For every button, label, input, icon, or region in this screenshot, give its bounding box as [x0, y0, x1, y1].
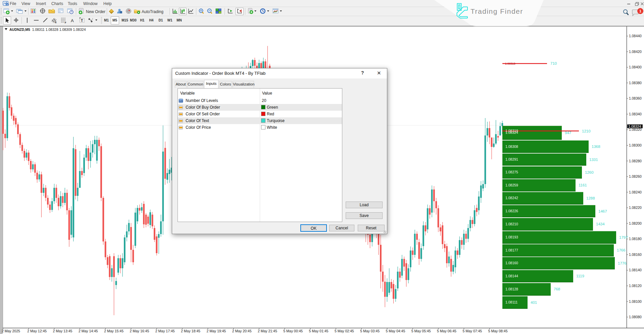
- svg-text:1.08080: 1.08080: [629, 315, 642, 319]
- svg-text:5 May 07:45: 5 May 07:45: [462, 329, 482, 333]
- svg-text:1.08420: 1.08420: [629, 50, 642, 54]
- svg-text:1.08259: 1.08259: [505, 183, 518, 187]
- svg-text:2 May 19:45: 2 May 19:45: [206, 329, 226, 333]
- svg-text:2 May 16:45: 2 May 16:45: [130, 329, 149, 333]
- svg-text:1.08360: 1.08360: [629, 96, 642, 100]
- svg-text:1.08120: 1.08120: [629, 284, 642, 288]
- svg-text:1.08280: 1.08280: [629, 159, 642, 163]
- svg-text:1288: 1288: [586, 196, 595, 200]
- svg-text:2 May 13:45: 2 May 13:45: [53, 329, 72, 333]
- svg-text:1.08160: 1.08160: [505, 261, 518, 265]
- svg-text:1.08340: 1.08340: [629, 112, 642, 116]
- svg-text:1161: 1161: [579, 183, 587, 187]
- svg-text:1.08111: 1.08111: [505, 300, 518, 304]
- svg-text:5 May 04:45: 5 May 04:45: [386, 329, 405, 333]
- svg-text:F: F: [65, 21, 66, 24]
- svg-text:5 May 05:45: 5 May 05:45: [411, 329, 431, 333]
- svg-text:1.08160: 1.08160: [629, 253, 642, 257]
- svg-text:2 May 20:45: 2 May 20:45: [232, 329, 252, 333]
- svg-text:5 May 02:45: 5 May 02:45: [335, 329, 354, 333]
- svg-text:401: 401: [531, 300, 537, 304]
- svg-text:1434: 1434: [596, 222, 605, 226]
- svg-text:1.08177: 1.08177: [505, 248, 518, 252]
- svg-text:E: E: [55, 21, 57, 23]
- svg-text:2 May 15:45: 2 May 15:45: [104, 329, 123, 333]
- svg-text:1331: 1331: [589, 158, 598, 162]
- svg-text:1.08300: 1.08300: [629, 143, 642, 147]
- svg-text:1260: 1260: [585, 170, 594, 174]
- svg-text:1.08440: 1.08440: [629, 34, 642, 38]
- svg-text:1.08210: 1.08210: [505, 222, 518, 226]
- svg-text:1368: 1368: [592, 145, 600, 149]
- svg-text:5 May 06:45: 5 May 06:45: [437, 329, 456, 333]
- svg-text:1.08240: 1.08240: [629, 190, 642, 194]
- svg-text:5 May 00:45: 5 May 00:45: [283, 329, 303, 333]
- svg-text:5 May 03:45: 5 May 03:45: [360, 329, 380, 333]
- svg-text:710: 710: [550, 61, 557, 65]
- svg-text:768: 768: [554, 287, 560, 291]
- svg-text:1.08291: 1.08291: [505, 157, 518, 161]
- svg-text:1766: 1766: [617, 248, 626, 252]
- svg-text:1.08220: 1.08220: [629, 206, 642, 210]
- svg-text:1467: 1467: [598, 209, 607, 213]
- svg-text:1.08275: 1.08275: [505, 170, 518, 174]
- svg-text:1.08140: 1.08140: [629, 268, 642, 272]
- svg-text:1.08144: 1.08144: [505, 274, 518, 278]
- svg-text:1.08180: 1.08180: [629, 237, 642, 241]
- svg-text:1.08319: 1.08319: [505, 129, 518, 133]
- svg-text:M: M: [6, 4, 8, 6]
- svg-text:2 May 12:45: 2 May 12:45: [27, 329, 47, 333]
- svg-text:1.08319: 1.08319: [505, 62, 515, 65]
- svg-text:1.08380: 1.08380: [629, 81, 642, 85]
- svg-text:1.08100: 1.08100: [629, 299, 642, 303]
- svg-text:1.08260: 1.08260: [629, 174, 642, 178]
- svg-text:2 May 14:45: 2 May 14:45: [79, 329, 98, 333]
- svg-text:1119: 1119: [576, 274, 584, 278]
- svg-text:1776: 1776: [618, 261, 627, 265]
- svg-text:1.08400: 1.08400: [629, 65, 642, 69]
- svg-text:1.08226: 1.08226: [505, 209, 518, 213]
- svg-text:1797: 1797: [619, 235, 628, 239]
- svg-text:2 May 21:45: 2 May 21:45: [258, 329, 277, 333]
- svg-text:1.08193: 1.08193: [505, 235, 518, 239]
- svg-text:123: 123: [179, 100, 183, 102]
- svg-text:2 May 17:45: 2 May 17:45: [155, 329, 175, 333]
- svg-text:1.08128: 1.08128: [505, 287, 518, 291]
- svg-text:1210: 1210: [582, 129, 591, 133]
- svg-text:T: T: [81, 19, 83, 22]
- svg-text:5 May 01:45: 5 May 01:45: [309, 329, 329, 333]
- svg-text:1.08242: 1.08242: [505, 196, 518, 200]
- svg-text:1.08308: 1.08308: [505, 145, 518, 149]
- svg-text:2 May 18:45: 2 May 18:45: [181, 329, 200, 333]
- svg-text:5 May 08:45: 5 May 08:45: [488, 329, 508, 333]
- svg-text:1.08200: 1.08200: [629, 221, 642, 225]
- svg-text:2 May 2025: 2 May 2025: [2, 329, 20, 333]
- svg-text:1.08324: 1.08324: [629, 124, 641, 128]
